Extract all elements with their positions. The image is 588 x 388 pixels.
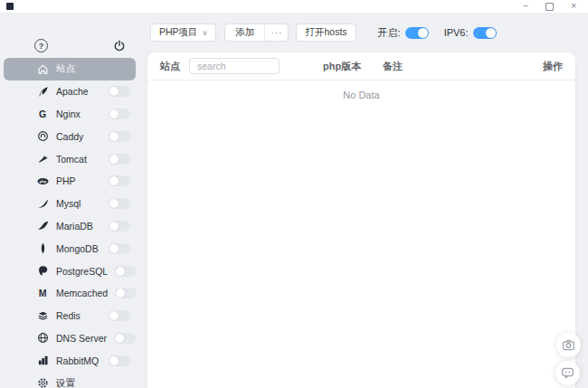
enable-label: 开启: xyxy=(378,26,401,40)
redis-cube-icon xyxy=(36,309,49,322)
screenshot-button[interactable] xyxy=(556,333,581,357)
rabbitmq-bars-icon xyxy=(36,355,49,367)
nginx-toggle[interactable] xyxy=(109,109,130,119)
sidebar-item-mysql[interactable]: Mysql xyxy=(0,193,145,215)
search-input[interactable] xyxy=(189,58,280,74)
titlebar: − × xyxy=(0,0,588,13)
redis-toggle[interactable] xyxy=(109,310,130,321)
col-site: 站点 xyxy=(160,60,180,73)
sidebar-item-php[interactable]: php PHP xyxy=(0,170,145,193)
app-logo-icon xyxy=(6,3,14,10)
sidebar-item-caddy[interactable]: Caddy xyxy=(0,125,145,147)
sidebar-item-tomcat[interactable]: Tomcat xyxy=(0,147,145,170)
add-button[interactable]: 添加 xyxy=(225,24,264,41)
mariadb-seal-icon xyxy=(36,220,49,232)
toolbar: PHP项目 ∨ 添加 ··· 打开hosts 开启: IPV6: xyxy=(150,24,588,42)
chat-bubble-icon xyxy=(561,366,574,380)
sidebar-item-apache[interactable]: Apache xyxy=(0,80,145,103)
power-icon[interactable] xyxy=(113,40,126,52)
memcached-toggle[interactable] xyxy=(115,288,137,298)
sidebar-item-dns-server[interactable]: DNS Server xyxy=(0,327,145,350)
sidebar-nav: 站点 Apache G Nginx Caddy xyxy=(0,58,145,388)
ipv6-toggle[interactable] xyxy=(473,27,497,39)
php-project-dropdown[interactable]: PHP项目 ∨ xyxy=(150,24,216,42)
more-options-button[interactable]: ··· xyxy=(264,24,288,41)
mariadb-toggle[interactable] xyxy=(109,221,130,232)
main-area: PHP项目 ∨ 添加 ··· 打开hosts 开启: IPV6: 站点 php版… xyxy=(145,13,588,388)
ipv6-label: IPV6: xyxy=(444,27,469,38)
home-icon xyxy=(36,62,49,75)
col-action: 操作 xyxy=(543,60,563,73)
chevron-down-icon: ∨ xyxy=(203,29,208,37)
memcached-m-icon: M xyxy=(36,289,49,298)
mysql-toggle[interactable] xyxy=(109,198,130,209)
sidebar-item-sites[interactable]: 站点 xyxy=(4,58,136,80)
sidebar-item-mariadb[interactable]: MariaDB xyxy=(0,215,145,238)
rabbitmq-toggle[interactable] xyxy=(109,355,130,366)
enable-toggle[interactable] xyxy=(405,27,429,39)
dns-server-toggle[interactable] xyxy=(114,333,136,344)
camera-icon xyxy=(562,338,575,352)
mysql-dolphin-icon xyxy=(36,197,49,210)
mongodb-toggle[interactable] xyxy=(109,243,130,254)
php-elephant-icon: php xyxy=(36,175,49,187)
postgresql-toggle[interactable] xyxy=(115,266,137,277)
apache-feather-icon xyxy=(36,85,49,98)
maximize-button[interactable] xyxy=(545,1,554,12)
svg-text:php: php xyxy=(39,179,46,184)
php-toggle[interactable] xyxy=(109,175,130,186)
col-remark: 备注 xyxy=(383,60,403,73)
apache-toggle[interactable] xyxy=(109,86,130,97)
dns-globe-icon xyxy=(36,332,49,345)
caddy-lock-icon xyxy=(36,130,49,143)
minimize-button[interactable]: − xyxy=(523,1,528,12)
feedback-button[interactable] xyxy=(555,361,580,385)
sidebar-item-settings[interactable]: 设置 xyxy=(0,372,145,388)
sidebar-item-nginx[interactable]: G Nginx xyxy=(0,103,145,126)
app-window: − × ? 站点 Apache xyxy=(0,0,588,388)
mongodb-leaf-icon xyxy=(36,242,49,255)
sites-table-card: 站点 php版本 备注 操作 No Data xyxy=(147,52,575,388)
open-hosts-button[interactable]: 打开hosts xyxy=(296,24,356,42)
caddy-toggle[interactable] xyxy=(109,131,130,142)
close-button[interactable]: × xyxy=(571,1,576,12)
postgresql-elephant-icon xyxy=(36,265,49,278)
tomcat-toggle[interactable] xyxy=(109,154,130,165)
sidebar: ? 站点 Apache G Nginx xyxy=(0,13,145,388)
nginx-logo-icon: G xyxy=(36,109,49,119)
tomcat-cat-icon xyxy=(36,153,49,166)
sidebar-item-postgresql[interactable]: PostgreSQL xyxy=(0,260,145,282)
maximize-icon xyxy=(545,3,554,11)
sidebar-item-mongodb[interactable]: MongoDB xyxy=(0,237,145,260)
empty-state: No Data xyxy=(147,80,575,100)
sidebar-item-memcached[interactable]: M Memcached xyxy=(0,282,145,305)
gear-icon xyxy=(36,377,49,388)
help-icon[interactable]: ? xyxy=(34,39,48,52)
sidebar-item-rabbitmq[interactable]: RabbitMQ xyxy=(0,349,145,372)
col-php-version: php版本 xyxy=(323,60,361,73)
sidebar-item-redis[interactable]: Redis xyxy=(0,305,145,327)
table-header: 站点 php版本 备注 操作 xyxy=(147,52,575,80)
